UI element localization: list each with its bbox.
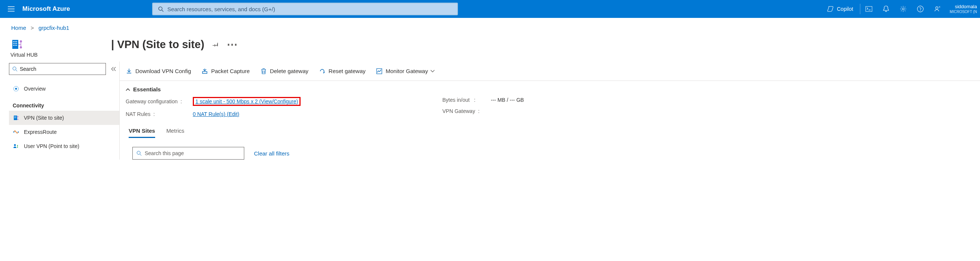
tab-metrics[interactable]: Metrics bbox=[166, 127, 184, 138]
svg-point-40 bbox=[137, 151, 140, 154]
chevron-down-icon bbox=[430, 70, 435, 73]
notifications-button[interactable] bbox=[877, 0, 895, 18]
cmd-label: Packet Capture bbox=[211, 68, 250, 74]
user-vpn-icon bbox=[13, 143, 19, 150]
page-title: | VPN (Site to site) bbox=[111, 38, 204, 51]
tabs-row: VPN Sites Metrics bbox=[120, 117, 980, 138]
hamburger-menu-button[interactable] bbox=[4, 0, 19, 18]
svg-point-34 bbox=[14, 144, 16, 146]
cmd-label: Download VPN Config bbox=[135, 68, 191, 74]
cmd-label: Reset gateway bbox=[329, 68, 366, 74]
reset-gateway-button[interactable]: Reset gateway bbox=[319, 68, 366, 75]
filter-row: Search this page Clear all filters bbox=[120, 138, 980, 159]
essentials-row-bytes: Bytes in/out : --- MB / --- GB bbox=[442, 97, 524, 103]
page-header: | VPN (Site to site) ⋯ Virtual HUB bbox=[0, 35, 980, 62]
resource-type-label: Virtual HUB bbox=[10, 52, 237, 58]
settings-button[interactable] bbox=[895, 0, 912, 18]
username-label: siddomala bbox=[950, 4, 977, 9]
reset-icon bbox=[319, 68, 326, 75]
svg-rect-9 bbox=[14, 41, 16, 42]
sidebar-item-label: ExpressRoute bbox=[24, 129, 57, 135]
delete-gateway-button[interactable]: Delete gateway bbox=[260, 68, 309, 75]
sidebar-search-input[interactable]: Search bbox=[9, 63, 106, 75]
gateway-configuration-link[interactable]: 1 scale unit - 500 Mbps x 2 (View/Config… bbox=[193, 97, 301, 106]
svg-rect-13 bbox=[16, 43, 17, 44]
brand-label[interactable]: Microsoft Azure bbox=[22, 5, 70, 13]
svg-rect-8 bbox=[13, 41, 14, 42]
svg-rect-27 bbox=[16, 116, 16, 117]
page-search-placeholder: Search this page bbox=[145, 150, 184, 156]
cmd-label: Monitor Gateway bbox=[386, 68, 428, 74]
svg-line-41 bbox=[140, 154, 142, 156]
sidebar-item-user-vpn[interactable]: User VPN (Point to site) bbox=[9, 139, 119, 153]
svg-point-21 bbox=[13, 67, 16, 70]
svg-point-24 bbox=[15, 88, 17, 90]
packet-capture-button[interactable]: Packet Capture bbox=[201, 68, 250, 75]
svg-rect-29 bbox=[16, 118, 16, 118]
copilot-button[interactable]: Copilot bbox=[820, 6, 860, 12]
nat-rules-link[interactable]: 0 NAT Rule(s) (Edit) bbox=[193, 111, 239, 117]
search-icon bbox=[158, 6, 164, 12]
chevron-up-icon bbox=[126, 88, 130, 91]
svg-rect-16 bbox=[16, 45, 17, 46]
trash-icon bbox=[260, 68, 267, 75]
essentials-label: Bytes in/out bbox=[442, 97, 469, 103]
svg-point-33 bbox=[18, 132, 19, 133]
svg-point-30 bbox=[18, 116, 19, 118]
svg-point-18 bbox=[20, 46, 22, 48]
svg-point-36 bbox=[17, 147, 18, 148]
sidebar-item-overview[interactable]: Overview bbox=[9, 82, 119, 96]
collapse-sidebar-button[interactable] bbox=[110, 66, 116, 72]
tenant-label: MICROSOFT (N bbox=[950, 10, 977, 14]
cmd-label: Delete gateway bbox=[270, 68, 309, 74]
breadcrumb-current-link[interactable]: grpcfix-hub1 bbox=[38, 25, 69, 31]
download-vpn-config-button[interactable]: Download VPN Config bbox=[126, 68, 191, 75]
svg-point-35 bbox=[17, 145, 18, 146]
clear-filters-link[interactable]: Clear all filters bbox=[254, 150, 290, 157]
sidebar-item-expressroute[interactable]: ExpressRoute bbox=[9, 125, 119, 139]
svg-rect-14 bbox=[13, 45, 14, 46]
sidebar-item-vpn-site-to-site[interactable]: VPN (Site to site) bbox=[9, 111, 119, 125]
resource-icon bbox=[10, 37, 25, 52]
essentials-row-vpn-gateway: VPN Gateway : bbox=[442, 108, 524, 114]
global-search-input[interactable]: Search resources, services, and docs (G+… bbox=[152, 3, 458, 15]
svg-point-3 bbox=[902, 8, 904, 10]
svg-rect-10 bbox=[16, 41, 17, 42]
essentials-label: Gateway configuration bbox=[126, 99, 178, 104]
feedback-button[interactable] bbox=[929, 0, 946, 18]
svg-rect-26 bbox=[14, 116, 15, 117]
search-icon bbox=[137, 151, 142, 156]
packet-capture-icon bbox=[201, 68, 208, 75]
help-button[interactable] bbox=[912, 0, 929, 18]
expressroute-icon bbox=[13, 129, 19, 135]
svg-point-0 bbox=[159, 7, 162, 10]
more-actions-button[interactable]: ⋯ bbox=[227, 38, 237, 51]
svg-rect-2 bbox=[865, 6, 872, 11]
sidebar-item-label: Overview bbox=[24, 86, 46, 92]
svg-point-31 bbox=[18, 119, 19, 120]
search-icon bbox=[12, 66, 18, 72]
copilot-label: Copilot bbox=[837, 6, 853, 12]
svg-point-4 bbox=[917, 6, 923, 12]
sidebar-section-connectivity: Connectivity bbox=[9, 96, 119, 111]
svg-point-17 bbox=[20, 40, 22, 43]
page-search-input[interactable]: Search this page bbox=[132, 147, 244, 159]
svg-point-6 bbox=[935, 7, 938, 9]
building-icon bbox=[13, 115, 19, 121]
svg-rect-38 bbox=[202, 72, 207, 73]
copilot-icon bbox=[827, 6, 834, 12]
svg-rect-12 bbox=[14, 43, 16, 44]
monitor-gateway-button[interactable]: Monitor Gateway bbox=[376, 68, 434, 75]
pin-button[interactable] bbox=[213, 41, 218, 47]
essentials-toggle[interactable]: Essentials bbox=[120, 81, 980, 97]
svg-line-1 bbox=[162, 10, 163, 11]
svg-rect-28 bbox=[14, 118, 15, 118]
svg-point-32 bbox=[13, 132, 14, 133]
page-title-row: | VPN (Site to site) ⋯ bbox=[111, 38, 237, 51]
breadcrumb-home-link[interactable]: Home bbox=[11, 25, 26, 31]
tab-vpn-sites[interactable]: VPN Sites bbox=[129, 127, 155, 138]
account-menu[interactable]: siddomala MICROSOFT (N bbox=[946, 4, 980, 13]
svg-rect-11 bbox=[13, 43, 14, 44]
essentials-row-gateway-config: Gateway configuration : 1 scale unit - 5… bbox=[126, 97, 301, 106]
cloud-shell-button[interactable] bbox=[860, 0, 877, 18]
